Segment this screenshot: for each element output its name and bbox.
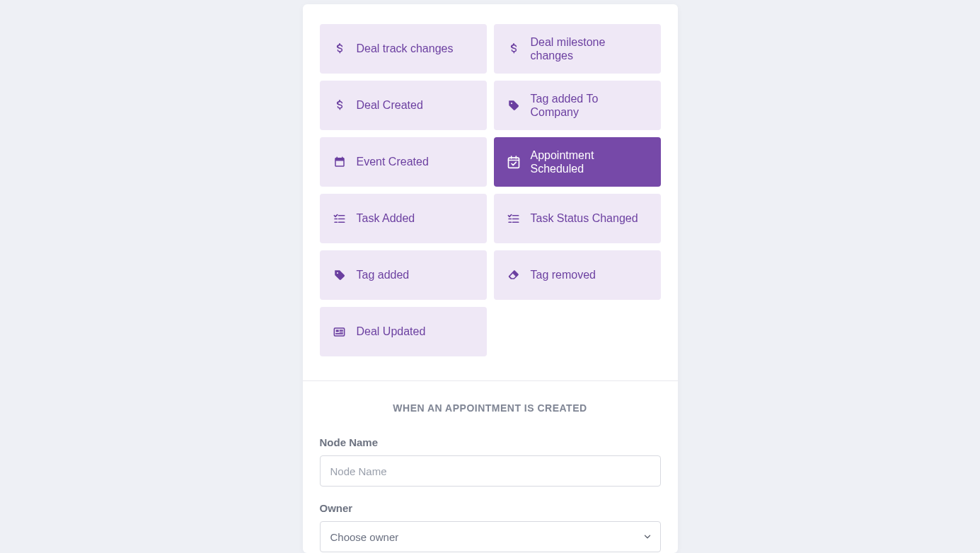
trigger-tile[interactable]: Appointment Scheduled xyxy=(494,137,661,187)
trigger-tile-label: Deal Created xyxy=(357,98,423,112)
config-card: Deal track changesDeal milestone changes… xyxy=(303,4,678,553)
config-section: WHEN AN APPOINTMENT IS CREATED Node Name… xyxy=(320,381,661,552)
svg-rect-15 xyxy=(336,330,339,332)
trigger-tile-label: Tag removed xyxy=(531,268,596,281)
owner-field: Owner Choose owner xyxy=(320,502,661,552)
calendar-icon xyxy=(333,155,347,169)
trigger-tile[interactable]: Tag removed xyxy=(494,250,661,300)
trigger-tile[interactable]: Task Status Changed xyxy=(494,194,661,243)
owner-label: Owner xyxy=(320,502,661,514)
tag-icon xyxy=(507,98,521,112)
node-name-field: Node Name xyxy=(320,436,661,487)
section-heading: WHEN AN APPOINTMENT IS CREATED xyxy=(320,402,661,414)
trigger-tile[interactable]: Deal track changes xyxy=(320,24,487,74)
trigger-tile[interactable]: Deal Updated xyxy=(320,307,487,356)
trigger-tile[interactable]: Deal Created xyxy=(320,81,487,130)
eraser-icon xyxy=(507,268,521,282)
trigger-tile[interactable]: Tag added To Company xyxy=(494,81,661,130)
dollar-icon xyxy=(507,42,521,56)
trigger-tile[interactable]: Event Created xyxy=(320,137,487,187)
trigger-tile-label: Tag added To Company xyxy=(531,92,648,119)
trigger-tile-grid: Deal track changesDeal milestone changes… xyxy=(320,24,661,380)
task-list-icon xyxy=(333,211,347,226)
calendar-check-icon xyxy=(507,155,521,169)
node-name-label: Node Name xyxy=(320,436,661,448)
tag-icon xyxy=(333,268,347,282)
owner-select-value: Choose owner xyxy=(330,531,399,543)
trigger-tile-label: Deal track changes xyxy=(357,42,454,55)
task-list-icon xyxy=(507,211,521,226)
trigger-tile-label: Tag added xyxy=(357,268,410,281)
svg-rect-0 xyxy=(508,158,519,168)
node-name-input[interactable] xyxy=(320,455,661,487)
trigger-tile[interactable]: Task Added xyxy=(320,194,487,243)
dollar-icon xyxy=(333,98,347,112)
trigger-tile-label: Deal Updated xyxy=(357,325,426,338)
trigger-tile-label: Task Status Changed xyxy=(531,211,638,225)
trigger-tile[interactable]: Tag added xyxy=(320,250,487,300)
trigger-tile-label: Appointment Scheduled xyxy=(531,149,648,175)
dollar-icon xyxy=(333,42,347,56)
trigger-tile-label: Deal milestone changes xyxy=(531,35,648,62)
owner-select-wrap: Choose owner xyxy=(320,521,661,552)
owner-select[interactable]: Choose owner xyxy=(320,521,661,552)
trigger-tile-label: Event Created xyxy=(357,155,429,168)
trigger-tile-label: Task Added xyxy=(357,211,415,225)
news-icon xyxy=(333,325,347,339)
trigger-tile[interactable]: Deal milestone changes xyxy=(494,24,661,74)
